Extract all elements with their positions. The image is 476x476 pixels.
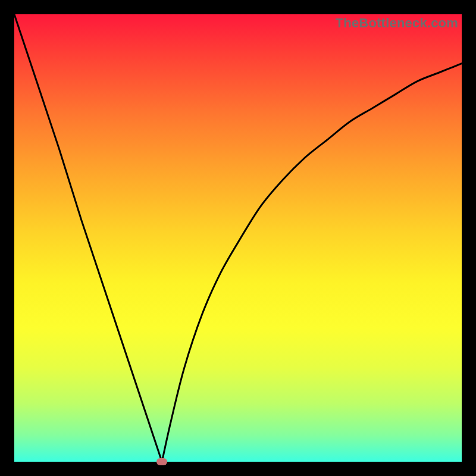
plot-area: TheBottleneck.com [14, 14, 462, 462]
watermark-label: TheBottleneck.com [336, 15, 458, 31]
curve-right-arm [162, 64, 462, 462]
minimum-marker [156, 458, 167, 465]
chart-frame: TheBottleneck.com [0, 0, 476, 476]
curve-layer [14, 14, 462, 462]
curve-left-arm [14, 14, 162, 462]
